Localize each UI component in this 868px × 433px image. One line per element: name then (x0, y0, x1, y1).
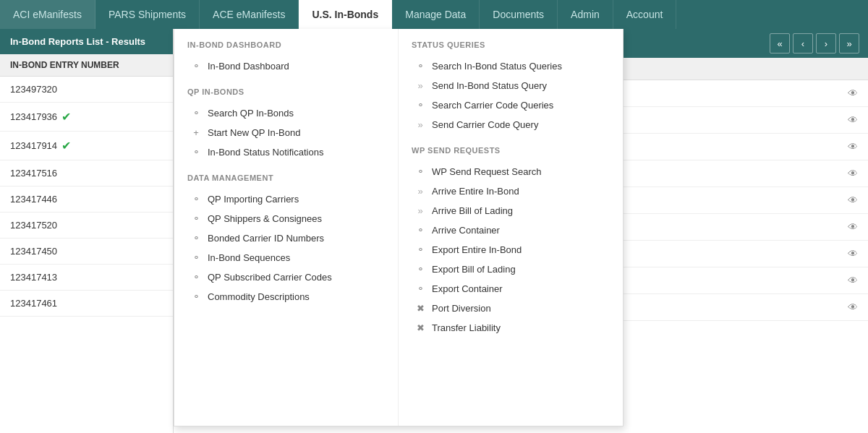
search-icon: ⚬ (190, 147, 202, 158)
left-panel: In-Bond Reports List - Results IN-BOND E… (0, 29, 174, 433)
dropdown-col-1: IN-BOND DASHBOARD ⚬ In-Bond Dashboard QP… (174, 29, 399, 426)
inbond-entry-list: 123497320123417936✔123417914✔12341751612… (0, 77, 173, 317)
search-icon: ⚬ (414, 283, 426, 294)
inbond-entry-number: 123497320 (10, 84, 57, 95)
view-icon[interactable]: 👁 (848, 168, 858, 179)
menu-item-send-inbond-status-query[interactable]: » Send In-Bond Status Query (412, 76, 610, 95)
x-icon: ✖ (414, 303, 426, 314)
section-title-inbond-dashboard: IN-BOND DASHBOARD (187, 40, 385, 49)
inbond-entry-column-header: IN-BOND ENTRY NUMBER (0, 54, 173, 77)
menu-item-start-new-qp-inbond[interactable]: + Start New QP In-Bond (187, 123, 385, 142)
menu-item-arrive-container[interactable]: ⚬ Arrive Container (412, 220, 610, 240)
menu-item-inbond-sequences[interactable]: ⚬ In-Bond Sequences (187, 248, 385, 267)
menu-item-export-entire-inbond[interactable]: ⚬ Export Entire In-Bond (412, 240, 610, 260)
search-icon: ⚬ (414, 264, 426, 275)
search-icon: ⚬ (190, 272, 202, 283)
table-row[interactable]: 123497320 (0, 77, 173, 103)
menu-item-inbond-dashboard[interactable]: ⚬ In-Bond Dashboard (187, 56, 385, 76)
main-container: In-Bond Reports List - Results IN-BOND E… (0, 29, 868, 433)
menu-item-wp-send-request-search[interactable]: ⚬ WP Send Request Search (412, 162, 610, 181)
table-row[interactable]: 123417516 (0, 160, 173, 187)
inbond-entry-number: 123417936 (10, 111, 57, 122)
last-page-button[interactable]: » (839, 33, 859, 53)
table-row[interactable]: 123417450 (0, 239, 173, 265)
table-row[interactable]: 123417936✔ (0, 103, 173, 132)
menu-item-search-inbond-status-queries[interactable]: ⚬ Search In-Bond Status Queries (412, 56, 610, 76)
search-icon: ⚬ (190, 108, 202, 119)
x-icon: ✖ (414, 322, 426, 333)
view-icon[interactable]: 👁 (848, 301, 858, 313)
nav-us-inbonds[interactable]: U.S. In-Bonds (299, 0, 392, 29)
table-row[interactable]: 123417520 (0, 213, 173, 239)
nav-aci-emanifests[interactable]: ACI eManifests (0, 0, 95, 29)
double-arrow-icon: » (414, 205, 426, 216)
menu-item-qp-subscribed-carrier-codes[interactable]: ⚬ QP Subscribed Carrier Codes (187, 267, 385, 287)
table-row[interactable]: 123417413 (0, 265, 173, 291)
next-page-button[interactable]: › (816, 33, 836, 53)
view-icon[interactable]: 👁 (848, 114, 858, 126)
search-icon: ⚬ (414, 166, 426, 177)
check-icon: ✔ (61, 110, 71, 124)
search-icon: ⚬ (414, 100, 426, 111)
search-icon: ⚬ (414, 244, 426, 255)
menu-item-export-bill-of-lading[interactable]: ⚬ Export Bill of Lading (412, 260, 610, 279)
section-title-status-queries: STATUS QUERIES (412, 40, 610, 49)
table-row[interactable]: 123417446 (0, 187, 173, 213)
search-icon: ⚬ (190, 194, 202, 205)
check-icon: ✔ (61, 139, 71, 153)
nav-manage-data[interactable]: Manage Data (392, 0, 480, 29)
prev-page-button[interactable]: ‹ (793, 33, 813, 53)
menu-item-commodity-descriptions[interactable]: ⚬ Commodity Descriptions (187, 287, 385, 306)
dropdown-col-2: STATUS QUERIES ⚬ Search In-Bond Status Q… (399, 29, 623, 426)
first-page-button[interactable]: « (770, 33, 790, 53)
menu-item-send-carrier-code-query[interactable]: » Send Carrier Code Query (412, 115, 610, 134)
inbond-entry-number: 123417914 (10, 140, 57, 151)
section-title-qp-inbonds: QP IN-BONDS (187, 87, 385, 96)
menu-item-inbond-status-notifications[interactable]: ⚬ In-Bond Status Notifications (187, 142, 385, 162)
search-icon: ⚬ (414, 225, 426, 236)
table-row[interactable]: 123417461 (0, 291, 173, 317)
view-icon[interactable]: 👁 (848, 87, 858, 99)
double-arrow-icon: » (414, 119, 426, 130)
double-arrow-icon: » (414, 186, 426, 197)
view-icon[interactable]: 👁 (848, 221, 858, 233)
menu-item-search-qp-inbonds[interactable]: ⚬ Search QP In-Bonds (187, 103, 385, 123)
menu-item-arrive-entire-inbond[interactable]: » Arrive Entire In-Bond (412, 181, 610, 201)
menu-item-arrive-bill-of-lading[interactable]: » Arrive Bill of Lading (412, 201, 610, 220)
top-navigation: ACI eManifests PARS Shipments ACE eManif… (0, 0, 868, 29)
search-icon: ⚬ (190, 291, 202, 302)
inbond-entry-number: 123417520 (10, 220, 57, 231)
menu-item-transfer-liability[interactable]: ✖ Transfer Liability (412, 318, 610, 338)
double-arrow-icon: » (414, 80, 426, 91)
inbond-entry-number: 123417450 (10, 246, 57, 257)
dropdown-menu: IN-BOND DASHBOARD ⚬ In-Bond Dashboard QP… (174, 29, 624, 426)
search-icon: ⚬ (414, 61, 426, 72)
section-title-data-management: DATA MANAGEMENT (187, 173, 385, 182)
search-icon: ⚬ (190, 252, 202, 263)
nav-admin[interactable]: Admin (558, 0, 613, 29)
view-icon[interactable]: 👁 (848, 275, 858, 286)
view-icon[interactable]: 👁 (848, 194, 858, 206)
menu-item-qp-shippers-consignees[interactable]: ⚬ QP Shippers & Consignees (187, 209, 385, 228)
search-icon: ⚬ (190, 233, 202, 244)
left-panel-header: In-Bond Reports List - Results (0, 29, 173, 54)
nav-documents[interactable]: Documents (480, 0, 558, 29)
plus-icon: + (190, 127, 202, 138)
inbond-entry-number: 123417413 (10, 272, 57, 283)
inbond-entry-number: 123417461 (10, 298, 57, 309)
view-icon[interactable]: 👁 (848, 141, 858, 153)
search-icon: ⚬ (190, 213, 202, 224)
view-icon[interactable]: 👁 (848, 248, 858, 260)
menu-item-port-diversion[interactable]: ✖ Port Diversion (412, 299, 610, 318)
nav-account[interactable]: Account (613, 0, 677, 29)
menu-item-bonded-carrier-id-numbers[interactable]: ⚬ Bonded Carrier ID Numbers (187, 228, 385, 248)
nav-ace-emanifests[interactable]: ACE eManifests (200, 0, 299, 29)
table-row[interactable]: 123417914✔ (0, 132, 173, 160)
inbond-entry-number: 123417516 (10, 168, 57, 179)
inbond-entry-number: 123417446 (10, 194, 57, 205)
menu-item-export-container[interactable]: ⚬ Export Container (412, 279, 610, 299)
nav-pars-shipments[interactable]: PARS Shipments (95, 0, 200, 29)
section-title-wp-send-requests: WP SEND REQUESTS (412, 146, 610, 155)
menu-item-search-carrier-code-queries[interactable]: ⚬ Search Carrier Code Queries (412, 95, 610, 115)
menu-item-qp-importing-carriers[interactable]: ⚬ QP Importing Carriers (187, 189, 385, 209)
